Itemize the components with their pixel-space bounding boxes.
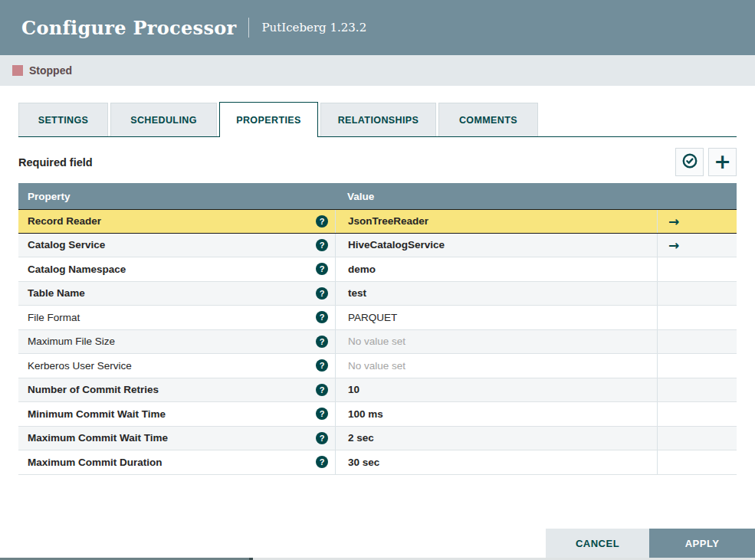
property-name-cell: Catalog Namespace? bbox=[18, 257, 335, 281]
property-value: JsonTreeReader bbox=[348, 215, 428, 227]
property-value: 2 sec bbox=[348, 432, 374, 444]
service-link-cell bbox=[657, 450, 737, 474]
property-row[interactable]: Catalog Service?HiveCatalogService→ bbox=[18, 234, 737, 258]
property-row[interactable]: Kerberos User Service?No value set bbox=[18, 354, 737, 378]
property-row[interactable]: Record Reader?JsonTreeReader→ bbox=[18, 209, 737, 234]
property-value: 30 sec bbox=[348, 457, 379, 468]
go-to-service-icon[interactable]: → bbox=[668, 214, 679, 229]
tab-scheduling[interactable]: SCHEDULING bbox=[110, 103, 217, 136]
property-name: Maximum Commit Wait Time bbox=[28, 432, 168, 444]
property-value-cell[interactable]: demo bbox=[335, 257, 657, 281]
property-value-cell[interactable]: HiveCatalogService bbox=[335, 234, 657, 257]
property-value-cell[interactable]: JsonTreeReader bbox=[335, 210, 657, 233]
help-question-icon[interactable]: ? bbox=[316, 456, 328, 468]
help-question-icon[interactable]: ? bbox=[316, 239, 328, 251]
property-name-cell: Table Name? bbox=[18, 282, 335, 306]
help-question-icon[interactable]: ? bbox=[316, 215, 328, 228]
property-name-cell: Maximum File Size? bbox=[18, 330, 335, 354]
service-link-cell: → bbox=[657, 210, 737, 233]
property-row[interactable]: Number of Commit Retries?10 bbox=[18, 378, 737, 403]
help-question-icon[interactable]: ? bbox=[316, 336, 328, 348]
property-row[interactable]: Maximum Commit Duration?30 sec bbox=[18, 450, 737, 475]
property-value: No value set bbox=[348, 360, 405, 372]
status-label: Stopped bbox=[29, 64, 72, 77]
property-name: Maximum Commit Duration bbox=[28, 457, 162, 468]
plus-icon: + bbox=[714, 151, 731, 172]
toolbar-actions: + bbox=[675, 148, 737, 176]
apply-button[interactable]: APPLY bbox=[649, 529, 755, 558]
check-circle-icon bbox=[681, 152, 698, 172]
property-name: Table Name bbox=[28, 287, 85, 299]
table-header: Property Value bbox=[18, 183, 737, 209]
property-value: test bbox=[348, 287, 366, 299]
property-row[interactable]: File Format?PARQUET bbox=[18, 306, 737, 330]
property-value: demo bbox=[348, 264, 376, 275]
property-value-cell[interactable]: 30 sec bbox=[335, 450, 657, 474]
service-link-cell bbox=[657, 378, 737, 402]
dialog-header: Configure Processor PutIceberg 1.23.2 bbox=[0, 0, 755, 55]
tab-relationships[interactable]: RELATIONSHIPS bbox=[320, 103, 436, 136]
property-name-cell: Maximum Commit Wait Time? bbox=[18, 427, 335, 450]
property-value-cell[interactable]: 10 bbox=[335, 378, 657, 402]
service-link-cell bbox=[657, 330, 737, 354]
service-link-cell bbox=[657, 354, 737, 378]
dialog-title: Configure Processor bbox=[21, 17, 236, 39]
property-value: No value set bbox=[348, 336, 405, 347]
help-question-icon[interactable]: ? bbox=[316, 287, 328, 300]
help-question-icon[interactable]: ? bbox=[316, 359, 328, 372]
property-name-cell: Number of Commit Retries? bbox=[18, 378, 335, 402]
stopped-state-icon bbox=[12, 65, 23, 76]
property-value-cell[interactable]: PARQUET bbox=[335, 306, 657, 329]
property-name: Number of Commit Retries bbox=[28, 384, 159, 395]
tab-properties[interactable]: PROPERTIES bbox=[219, 102, 318, 137]
property-value-cell[interactable]: No value set bbox=[335, 330, 657, 354]
property-name-cell: File Format? bbox=[18, 306, 335, 329]
property-name-cell: Record Reader? bbox=[18, 210, 335, 233]
property-value-cell[interactable]: test bbox=[335, 282, 657, 306]
property-row[interactable]: Maximum File Size?No value set bbox=[18, 330, 737, 355]
property-column-header: Property bbox=[18, 191, 335, 202]
property-value: PARQUET bbox=[348, 312, 397, 323]
property-row[interactable]: Catalog Namespace?demo bbox=[18, 257, 737, 282]
property-name: File Format bbox=[28, 312, 80, 323]
go-to-service-icon[interactable]: → bbox=[668, 237, 679, 253]
property-name-cell: Catalog Service? bbox=[18, 234, 335, 257]
service-link-cell bbox=[657, 402, 737, 426]
property-value-cell[interactable]: 2 sec bbox=[335, 427, 657, 450]
property-name: Maximum File Size bbox=[28, 336, 115, 347]
property-row[interactable]: Minimum Commit Wait Time?100 ms bbox=[18, 402, 737, 427]
add-property-button[interactable]: + bbox=[708, 148, 737, 176]
help-question-icon[interactable]: ? bbox=[316, 384, 328, 396]
value-column-header: Value bbox=[335, 191, 657, 202]
property-value-cell[interactable]: No value set bbox=[335, 354, 657, 378]
help-question-icon[interactable]: ? bbox=[316, 432, 328, 444]
properties-toolbar: Required field + bbox=[18, 148, 737, 176]
property-name: Catalog Service bbox=[28, 239, 105, 251]
property-name-cell: Kerberos User Service? bbox=[18, 354, 335, 378]
property-name: Minimum Commit Wait Time bbox=[28, 408, 166, 420]
property-row[interactable]: Maximum Commit Wait Time?2 sec bbox=[18, 427, 737, 451]
dialog-body: SETTINGSSCHEDULINGPROPERTIESRELATIONSHIP… bbox=[0, 102, 755, 475]
tab-bar: SETTINGSSCHEDULINGPROPERTIESRELATIONSHIP… bbox=[18, 102, 737, 137]
property-name-cell: Minimum Commit Wait Time? bbox=[18, 402, 335, 426]
property-name-cell: Maximum Commit Duration? bbox=[18, 450, 335, 474]
verify-properties-button[interactable] bbox=[675, 148, 704, 176]
property-name: Record Reader bbox=[28, 215, 101, 227]
properties-table: Property Value Record Reader?JsonTreeRea… bbox=[18, 183, 737, 475]
tab-comments[interactable]: COMMENTS bbox=[438, 103, 538, 136]
property-value: 10 bbox=[348, 384, 359, 395]
help-question-icon[interactable]: ? bbox=[316, 263, 328, 275]
property-name: Kerberos User Service bbox=[28, 360, 132, 372]
tab-settings[interactable]: SETTINGS bbox=[18, 103, 108, 136]
required-field-label: Required field bbox=[18, 156, 93, 169]
table-rows: Record Reader?JsonTreeReader→Catalog Ser… bbox=[18, 209, 737, 475]
service-link-cell: → bbox=[657, 234, 737, 257]
property-value-cell[interactable]: 100 ms bbox=[335, 402, 657, 426]
cancel-button[interactable]: CANCEL bbox=[546, 529, 649, 558]
service-link-cell bbox=[657, 282, 737, 306]
title-divider bbox=[248, 18, 249, 38]
help-question-icon[interactable]: ? bbox=[316, 408, 328, 420]
help-question-icon[interactable]: ? bbox=[316, 311, 328, 323]
property-row[interactable]: Table Name?test bbox=[18, 282, 737, 306]
service-link-cell bbox=[657, 306, 737, 329]
